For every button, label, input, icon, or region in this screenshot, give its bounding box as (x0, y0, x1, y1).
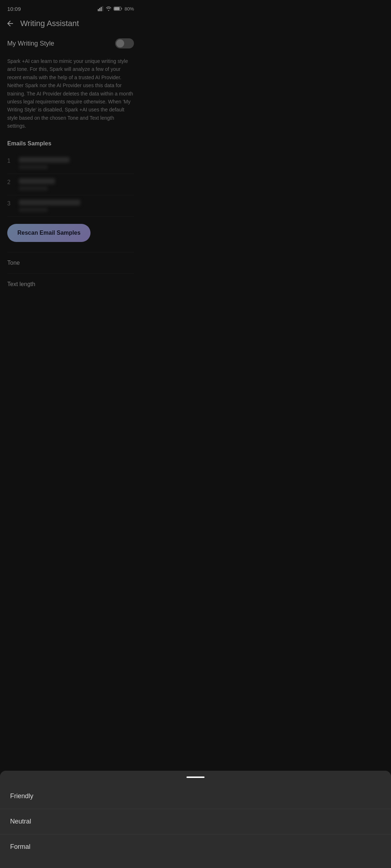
dim-overlay[interactable] (0, 0, 141, 311)
